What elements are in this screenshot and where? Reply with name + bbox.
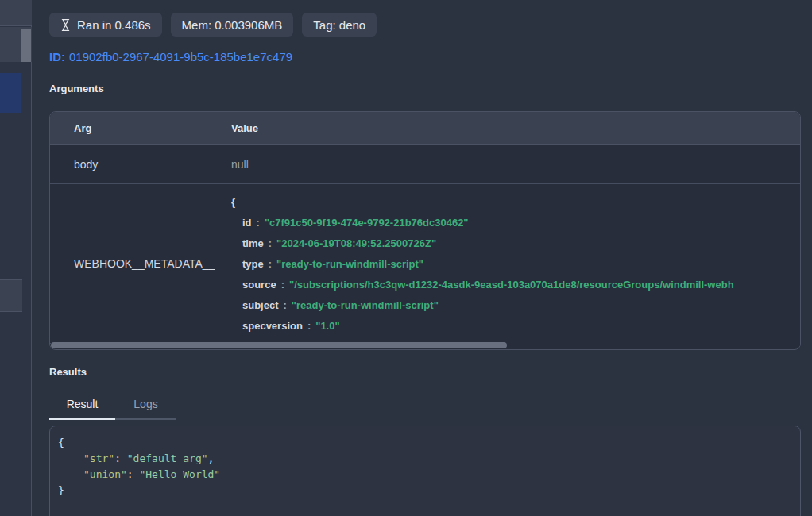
result-code-block: { "str": "default arg", "union": "Hello … [49, 426, 801, 516]
horizontal-scrollbar-thumb[interactable] [51, 342, 507, 348]
code-sep: : [114, 452, 127, 464]
arg-value-null: null [231, 158, 800, 171]
json-value: "2024-06-19T08:49:52.2500726Z" [276, 237, 436, 249]
code-sep: : [127, 468, 140, 480]
json-value: "1.0" [315, 320, 339, 332]
memory-badge-label: Mem: 0.003906MB [182, 18, 283, 32]
code-line-open: { [58, 435, 792, 451]
code-key: "str" [83, 452, 114, 464]
tab-result[interactable]: Result [49, 392, 115, 420]
json-colon: : [269, 237, 272, 249]
webhook-metadata-json: { id:"c7f91c50-9f19-474e-9792-21b76dc304… [231, 184, 800, 343]
json-colon: : [284, 299, 287, 311]
arguments-title: Arguments [49, 83, 104, 94]
job-id-label: ID: [49, 50, 65, 64]
json-key: source [242, 279, 276, 291]
table-row-body: body null [50, 145, 800, 184]
json-colon: : [307, 320, 311, 332]
results-title: Results [49, 366, 87, 378]
json-key: id [242, 217, 252, 229]
json-value: "ready-to-run-windmill-script" [292, 299, 439, 311]
runtime-badge-label: Ran in 0.486s [77, 18, 151, 32]
code-string: "Hello World" [139, 468, 220, 480]
json-key: subject [242, 299, 279, 311]
json-value: "/subscriptions/h3c3qw-d1232-4asdk-9easd… [289, 279, 734, 291]
code-line-union: "union": "Hello World" [58, 467, 792, 483]
code-key: "union" [83, 468, 127, 480]
json-colon: : [269, 258, 272, 270]
sidebar-scrollbar-thumb[interactable] [21, 29, 31, 62]
app-sidebar [0, 0, 32, 516]
json-colon: : [281, 279, 284, 291]
code-line-close: } [58, 483, 792, 499]
json-value: "c7f91c50-9f19-474e-9792-21b76dc30462" [265, 217, 469, 229]
arguments-table: Arg Value body null WEBHOOK__METADATA__ … [49, 111, 801, 350]
code-string: "default arg" [127, 452, 208, 464]
column-header-value: Value [231, 122, 800, 134]
json-open-brace: { [231, 196, 235, 208]
code-line-str: "str": "default arg", [58, 451, 792, 467]
arguments-table-header: Arg Value [50, 112, 800, 145]
run-stats-badges: Ran in 0.486s Mem: 0.003906MB Tag: deno [49, 13, 377, 37]
job-id-value[interactable]: 01902fb0-2967-4091-9b5c-185be1e7c479 [69, 50, 292, 64]
tag-badge-label: Tag: deno [313, 18, 365, 32]
arg-name: WEBHOOK__METADATA__ [50, 184, 231, 343]
tab-logs[interactable]: Logs [115, 392, 176, 420]
memory-badge: Mem: 0.003906MB [171, 13, 294, 37]
json-value: "ready-to-run-windmill-script" [276, 258, 423, 270]
arg-name: body [50, 158, 231, 171]
runtime-badge: Ran in 0.486s [49, 13, 162, 37]
column-header-arg: Arg [50, 122, 231, 134]
sidebar-item[interactable] [0, 279, 22, 312]
sidebar-panel-block [0, 27, 32, 62]
table-row-webhook-metadata: WEBHOOK__METADATA__ { id:"c7f91c50-9f19-… [50, 184, 800, 344]
tag-badge: Tag: deno [302, 13, 377, 37]
job-run-page: Ran in 0.486s Mem: 0.003906MB Tag: deno … [0, 0, 812, 516]
hourglass-icon [60, 18, 71, 32]
json-key: time [242, 237, 264, 249]
job-id-line: ID:01902fb0-2967-4091-9b5c-185be1e7c479 [49, 50, 292, 64]
results-tabs: Result Logs [49, 392, 176, 420]
json-key: type [242, 258, 264, 270]
code-comma: , [208, 452, 215, 464]
sidebar-header-block [0, 0, 32, 26]
sidebar-item-selected[interactable] [0, 73, 21, 113]
horizontal-scrollbar [51, 342, 801, 348]
json-key: specversion [242, 320, 303, 332]
json-colon: : [257, 217, 260, 229]
